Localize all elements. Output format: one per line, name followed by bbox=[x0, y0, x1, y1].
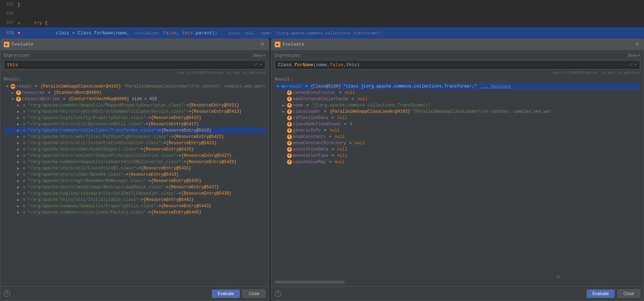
tree-entry-17[interactable]: ▶ ≡ "/org/apache/commons/beanutils/Prope… bbox=[4, 203, 265, 209]
entry-7-icon: ≡ bbox=[22, 141, 27, 146]
tree-entry-7[interactable]: ▶ ≡ "/org/apache/shiro/util/Instantiatio… bbox=[4, 140, 265, 146]
root-icon-left: oo bbox=[10, 84, 15, 89]
tree-field-cachedConstructor[interactable]: f cachedConstructor = null bbox=[275, 90, 640, 96]
entry-6-val: {ResourceEntry@5421} bbox=[174, 134, 224, 139]
tree-entry-16[interactable]: ▶ ≡ "/org/apache/shiro/util/Initializabl… bbox=[4, 197, 265, 203]
field-3-label: name = "{Lorg.apache.commons.collections… bbox=[293, 103, 430, 108]
entry-5-val: {ResourceEntry@5419} bbox=[161, 128, 212, 133]
help-button-left[interactable]: ? bbox=[4, 290, 10, 297]
expression-input-left[interactable]: this ⤢ ▾ bbox=[4, 60, 265, 69]
entry-7-toggle[interactable]: ▶ bbox=[16, 141, 21, 146]
expand-icon-right[interactable]: ⤢ bbox=[629, 62, 633, 68]
tree-entry-11[interactable]: ▶ ≡ "/org/apache/shiro/util/ClassUtils$1… bbox=[4, 165, 265, 172]
field-name-toggle[interactable]: ▶ bbox=[281, 103, 286, 108]
expression-input-right[interactable]: Class.forName(name,false,this) ⤢ ▾ bbox=[275, 60, 640, 69]
line-number: 838 bbox=[0, 30, 17, 35]
tree-resource-entries[interactable]: ▼ f resourceEntries = {ConcurrentHashMap… bbox=[4, 96, 265, 102]
tree-root-left[interactable]: ▼ oo result = {ParallelWebappClassLoader… bbox=[4, 83, 265, 90]
lang-chevron-left: ▾ bbox=[263, 53, 265, 58]
tree-entry-12[interactable]: ▶ ≡ "/org/apache/shiro/codec/Base64.clas… bbox=[4, 172, 265, 178]
dialog-titlebar-right: ▶ Evaluate ✕ bbox=[271, 39, 644, 50]
tree-entry-3[interactable]: ▶ ≡ "/org/apache/log4j/config/PropertySe… bbox=[4, 115, 265, 121]
expr-value-left: this bbox=[7, 62, 18, 68]
entry-8-toggle[interactable]: ▶ bbox=[16, 147, 21, 152]
tree-entry-15[interactable]: ▶ ≡ "/org/apache/taglibs/standard/tlv/Js… bbox=[4, 190, 265, 197]
tree-entry-4[interactable]: ▶ ≡ "/org/apache/shiro/util/ByteSource$U… bbox=[4, 121, 265, 127]
tree-field-enumConstants[interactable]: f enumConstants = null bbox=[275, 134, 640, 140]
entry-16-toggle[interactable]: ▶ bbox=[16, 197, 21, 202]
tree-root-right[interactable]: ▼ oo result = {Class@5189} "class [Lorg.… bbox=[275, 83, 640, 90]
entry-8-icon: ≡ bbox=[22, 147, 27, 152]
root-toggle-right[interactable]: ▼ bbox=[276, 84, 280, 89]
close-dialog-left-button[interactable]: ✕ bbox=[259, 41, 265, 48]
tree-field-enumConstantDirectory[interactable]: f enumConstantDirectory = null bbox=[275, 140, 640, 146]
entry-15-icon: ≡ bbox=[22, 191, 27, 196]
field-icon-1: f bbox=[287, 90, 292, 95]
entry-6-toggle[interactable]: ▶ bbox=[16, 134, 21, 139]
navigate-link[interactable]: ... Navigate bbox=[481, 84, 511, 89]
close-button-right[interactable]: Close bbox=[617, 289, 640, 298]
help-button-right[interactable]: ? bbox=[275, 290, 281, 297]
horizontal-scrollbar-right[interactable] bbox=[275, 281, 640, 284]
tree-field-name[interactable]: ▶ f name = "{Lorg.apache.commons.collect… bbox=[275, 102, 640, 108]
entry-4-toggle[interactable]: ▶ bbox=[16, 122, 21, 127]
dialog-body-right: Expression: Java ▾ Class.forName(name,fa… bbox=[271, 50, 644, 286]
close-button-left[interactable]: Close bbox=[243, 289, 265, 298]
tree-entry-5-selected[interactable]: ▶ ≡ "/org/apache/commons/collections/Tra… bbox=[4, 127, 265, 134]
tree-entry-18[interactable]: ▶ ≡ "/org/apache/commons/collections/Fac… bbox=[4, 209, 265, 216]
result-tree-left[interactable]: ▼ oo result = {ParallelWebappClassLoader… bbox=[4, 83, 265, 284]
entry-1-toggle[interactable]: ▶ bbox=[16, 103, 21, 108]
resources-toggle[interactable]: ▶ bbox=[10, 90, 15, 95]
entry-12-toggle[interactable]: ▶ bbox=[16, 172, 21, 177]
entry-2-toggle[interactable]: ▶ bbox=[16, 109, 21, 114]
tree-entry-9[interactable]: ▶ ≡ "/org/apache/shiro/subject/SimplePri… bbox=[4, 153, 265, 159]
entry-10-toggle[interactable]: ▶ bbox=[16, 160, 21, 164]
tree-entry-10[interactable]: ▶ ≡ "/org/apache/commons/beanutils/conve… bbox=[4, 159, 265, 165]
entry-13-toggle[interactable]: ▶ bbox=[16, 178, 21, 183]
tree-entry-1[interactable]: ▶ ≡ "/org/apache/commons/beanutils/Mappe… bbox=[4, 102, 265, 108]
dropdown-icon-right[interactable]: ▾ bbox=[634, 62, 637, 68]
lang-label-left: Java bbox=[252, 53, 262, 58]
entry-9-toggle[interactable]: ▶ bbox=[16, 153, 21, 158]
tree-entry-8[interactable]: ▶ ≡ "/org/apache/shiro/codec/CodecSuppor… bbox=[4, 146, 265, 153]
tree-field-genericInfo[interactable]: f genericInfo = null bbox=[275, 127, 640, 134]
close-dialog-right-button[interactable]: ✕ bbox=[634, 41, 640, 48]
entry-4-icon: ≡ bbox=[22, 122, 27, 127]
result-tree-right[interactable]: ▼ oo result = {Class@5189} "class [Lorg.… bbox=[275, 83, 640, 280]
tree-field-annotationType[interactable]: f annotationType = null bbox=[275, 153, 640, 159]
root-toggle-left[interactable]: ▼ bbox=[5, 84, 9, 89]
expand-icon-left[interactable]: ⤢ bbox=[254, 62, 258, 68]
tree-entry-6[interactable]: ▶ ≡ "/org/apache/shiro/web/filter/PathCo… bbox=[4, 134, 265, 140]
settings-icon[interactable]: ⚙ bbox=[557, 274, 560, 280]
entry-11-toggle[interactable]: ▶ bbox=[16, 166, 21, 171]
evaluate-button-right[interactable]: Evaluate bbox=[587, 289, 615, 298]
tree-field-classValueMap[interactable]: f classValueMap = null bbox=[275, 159, 640, 165]
entry-3-toggle[interactable]: ▶ bbox=[16, 115, 21, 120]
entry-15-toggle[interactable]: ▶ bbox=[16, 191, 21, 196]
tree-field-newInstanceCallerCache[interactable]: f newInstanceCallerCache = null bbox=[275, 96, 640, 102]
entry-17-toggle[interactable]: ▶ bbox=[16, 204, 21, 209]
tree-entry-13[interactable]: ▶ ≡ "/org/apache/shiro/mgt/RememberMeMan… bbox=[4, 178, 265, 184]
lang-selector-right[interactable]: Java ▾ bbox=[627, 53, 640, 58]
entry-11-key: "/org/apache/shiro/util/ClassUtils$1.cla… bbox=[28, 166, 136, 171]
dialog-titlebar-left: ▶ Evaluate ✕ bbox=[0, 39, 269, 50]
field-icon-9: f bbox=[287, 141, 292, 146]
resource-entries-toggle[interactable]: ▼ bbox=[10, 97, 15, 102]
tree-field-annotationData[interactable]: f annotationData = null bbox=[275, 146, 640, 153]
entry-16-icon: ≡ bbox=[22, 197, 27, 202]
tree-field-classLoader[interactable]: ▶ f classLoader = {ParallelWebappClassLo… bbox=[275, 108, 640, 115]
tree-field-classRedefinedCount[interactable]: f classRedefinedCount = 0 bbox=[275, 121, 640, 127]
tree-field-reflectionData[interactable]: f reflectionData = null bbox=[275, 115, 640, 121]
entry-8-val: {ResourceEntry@5425} bbox=[143, 147, 194, 152]
entry-5-toggle[interactable]: ▶ bbox=[16, 128, 21, 133]
tree-entry-2[interactable]: ▶ ≡ "/org/apache/shiro/crypto/AbstractSy… bbox=[4, 108, 265, 115]
tree-entry-14[interactable]: ▶ ≡ "/org/apache/shiro/realm/ldap/Abstra… bbox=[4, 184, 265, 190]
entry-14-toggle[interactable]: ▶ bbox=[16, 185, 21, 190]
evaluate-icon-left: ▶ bbox=[4, 42, 9, 47]
tree-resources[interactable]: ▶ f resources = {StandardRoot@4889} bbox=[4, 90, 265, 96]
entry-18-toggle[interactable]: ▶ bbox=[16, 210, 21, 215]
dropdown-icon-left[interactable]: ▾ bbox=[259, 62, 262, 68]
lang-selector-left[interactable]: Java ▾ bbox=[252, 53, 265, 58]
field-classLoader-toggle[interactable]: ▶ bbox=[281, 109, 286, 114]
evaluate-button-left[interactable]: Evaluate bbox=[212, 289, 240, 298]
